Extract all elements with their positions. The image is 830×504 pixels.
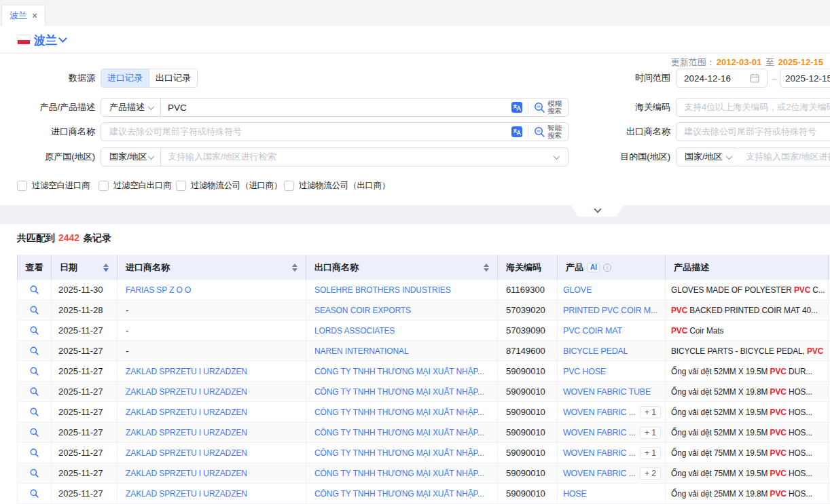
view-detail-button[interactable] [17, 341, 52, 361]
cell-exporter: CÔNG TY TNHH THƯƠNG MẠI XUẤT NHẬP... [306, 443, 498, 463]
tab-close-icon[interactable]: × [32, 11, 37, 20]
view-detail-button[interactable] [17, 382, 52, 402]
origin-country-select[interactable]: 国家/地区 [101, 148, 161, 166]
cell-product: WOVEN FABRIC ...+ 2 [558, 463, 666, 484]
plus-count-tag[interactable]: + 1 [640, 406, 661, 418]
view-detail-button[interactable] [17, 402, 52, 422]
importer-link[interactable]: ZAKLAD SPRZETU I URZADZEN [126, 489, 247, 499]
poland-flag-icon [17, 35, 31, 45]
exporter-placeholder: 建议去除公司尾部字符或特殊符号 [684, 126, 816, 138]
product-link[interactable]: PVC HOSE [563, 367, 606, 376]
cell-importer: ZAKLAD SPRZETU I URZADZEN [118, 361, 306, 382]
calendar-icon [750, 73, 759, 83]
filter-blank-importer-checkbox[interactable] [17, 181, 27, 191]
view-detail-button[interactable] [17, 361, 52, 382]
exporter-link[interactable]: CÔNG TY TNHH THƯƠNG MẠI XUẤT NHẬP... [314, 448, 484, 458]
product-type-select[interactable]: 产品描述 [101, 98, 161, 116]
destination-input[interactable]: 支持输入国家/地区进行检索 [738, 147, 830, 166]
view-detail-button[interactable] [17, 484, 52, 504]
tab-poland[interactable]: 波兰 × [1, 5, 46, 26]
exporter-link[interactable]: LORDS ASSOCIATES [314, 326, 395, 336]
exporter-link[interactable]: CÔNG TY TNHH THƯƠNG MẠI XUẤT NHẬP... [314, 367, 484, 376]
product-link[interactable]: PVC COIR MAT [563, 326, 622, 336]
product-input[interactable]: PVC [161, 103, 511, 113]
smart-search-button[interactable]: 智能搜索 [534, 124, 562, 139]
info-circle-icon[interactable]: i [603, 264, 611, 272]
sort-carets-importer[interactable] [292, 264, 297, 272]
destination-country-select[interactable]: 国家/地区 [676, 147, 739, 166]
view-detail-button[interactable] [17, 280, 52, 300]
hs-code-input[interactable]: 支持4位以上海关编码，或2位海关编码加 [676, 98, 830, 117]
product-input-value: PVC [168, 103, 187, 113]
data-source-label: 数据源 [0, 69, 95, 88]
exporter-link[interactable]: CÔNG TY TNHH THƯƠNG MẠI XUẤT NHẬP... [314, 469, 484, 478]
product-link[interactable]: HOSE [563, 489, 587, 499]
exporter-link[interactable]: CÔNG TY TNHH THƯƠNG MẠI XUẤT NHẬP... [314, 387, 484, 397]
exporter-link[interactable]: SEASON COIR EXPORTS [314, 306, 411, 315]
country-title[interactable]: 波兰 [34, 33, 57, 48]
product-link[interactable]: WOVEN FABRIC ... [563, 448, 635, 458]
exporter-link[interactable]: CÔNG TY TNHH THƯƠNG MẠI XUẤT NHẬP... [314, 428, 484, 437]
product-link[interactable]: WOVEN FABRIC TUBE [563, 387, 651, 397]
origin-input[interactable]: 支持输入国家/地区进行检索 [161, 151, 554, 163]
table-row: 2025-11-27ZAKLAD SPRZETU I URZADZENCÔNG … [17, 402, 830, 422]
table-row: 2025-11-27ZAKLAD SPRZETU I URZADZENCÔNG … [17, 443, 830, 463]
date-end-input[interactable]: 2025-12-15 [780, 69, 830, 88]
product-link[interactable]: PRINTED PVC COIR M... [563, 306, 657, 315]
exporter-link[interactable]: SOLEHRE BROTHERS INDUSTRIES [314, 285, 451, 295]
importer-link[interactable]: FARIAS SP Z O O [126, 285, 191, 295]
collapse-filters-button[interactable] [571, 205, 624, 217]
filter-logistics-exporter-checkbox[interactable] [284, 181, 294, 191]
importer-link[interactable]: ZAKLAD SPRZETU I URZADZEN [126, 448, 247, 458]
exporter-link[interactable]: NAREN INTERNATIONAL [314, 346, 409, 356]
cell-hs-code: 57039090 [498, 321, 558, 341]
column-label-desc: 产品描述 [674, 262, 709, 274]
exporter-link[interactable]: CÔNG TY TNHH THƯƠNG MẠI XUẤT NHẬP... [314, 489, 484, 499]
translate-icon[interactable] [511, 126, 522, 137]
product-link[interactable]: WOVEN FABRIC ... [563, 469, 635, 478]
exporter-input[interactable]: 建议去除公司尾部字符或特殊符号 [676, 122, 830, 141]
cell-exporter: SOLEHRE BROTHERS INDUSTRIES [306, 280, 498, 300]
summary-count: 2442 [55, 232, 83, 243]
column-header-importer[interactable]: 进口商名称 [118, 255, 306, 280]
country-chevron-down-icon[interactable] [58, 34, 67, 43]
view-detail-button[interactable] [17, 463, 52, 484]
translate-icon[interactable] [511, 102, 522, 113]
plus-count-tag[interactable]: + 1 [640, 447, 661, 459]
column-header-date[interactable]: 日期 [52, 255, 118, 280]
importer-link[interactable]: ZAKLAD SPRZETU I URZADZEN [126, 387, 247, 397]
exporter-link[interactable]: CÔNG TY TNHH THƯƠNG MẠI XUẤT NHẬP... [314, 408, 484, 417]
import-records-button[interactable]: 进口记录 [101, 69, 149, 87]
export-records-button[interactable]: 出口记录 [149, 69, 197, 87]
importer-link[interactable]: ZAKLAD SPRZETU I URZADZEN [126, 408, 247, 417]
importer-link[interactable]: ZAKLAD SPRZETU I URZADZEN [126, 469, 247, 478]
cell-date: 2025-11-27 [52, 484, 118, 504]
product-link[interactable]: GLOVE [563, 285, 592, 295]
column-header-product: 产品AIi [558, 255, 666, 280]
importer-link[interactable]: ZAKLAD SPRZETU I URZADZEN [126, 367, 247, 376]
product-label: 产品/产品描述 [0, 98, 95, 117]
date-start-input[interactable]: 2024-12-16 [676, 69, 768, 88]
view-detail-button[interactable] [17, 422, 52, 443]
cell-product: HOSE [558, 484, 666, 504]
plus-count-tag[interactable]: + 1 [640, 427, 661, 439]
filter-logistics-importer-checkbox[interactable] [176, 181, 186, 191]
view-detail-button[interactable] [17, 443, 52, 463]
product-link[interactable]: WOVEN FABRIC ... [563, 408, 635, 417]
cell-importer: ZAKLAD SPRZETU I URZADZEN [118, 402, 306, 422]
filter-blank-exporter-checkbox[interactable] [98, 181, 109, 191]
product-link[interactable]: BICYCLE PEDAL [563, 346, 628, 356]
fuzzy-search-button[interactable]: 模糊搜索 [534, 100, 562, 115]
sort-carets-exporter[interactable] [484, 264, 489, 272]
importer-link[interactable]: ZAKLAD SPRZETU I URZADZEN [126, 428, 247, 437]
plus-count-tag[interactable]: + 2 [640, 467, 661, 480]
table-row: 2025-11-27ZAKLAD SPRZETU I URZADZENCÔNG … [17, 463, 830, 484]
product-link[interactable]: WOVEN FABRIC ... [563, 428, 635, 437]
cell-date: 2025-11-27 [52, 361, 118, 382]
sort-carets-date[interactable] [103, 264, 109, 272]
column-header-exporter[interactable]: 出口商名称 [306, 255, 498, 280]
view-detail-button[interactable] [17, 300, 52, 321]
importer-input[interactable]: 建议去除公司尾部字符或特殊符号 [101, 126, 511, 138]
summary-prefix: 共匹配到 [17, 232, 55, 243]
view-detail-button[interactable] [17, 321, 52, 341]
